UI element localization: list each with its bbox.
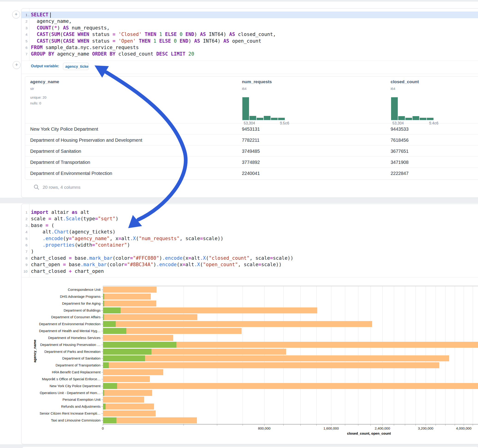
cell-num-requests: 3774892	[242, 157, 260, 168]
cell-agency-name: Department of Environmental Protection	[30, 168, 112, 179]
gutter-separator	[29, 204, 30, 277]
code-line[interactable]: 6 .properties(width="container")	[21, 242, 478, 249]
histogram-bar	[405, 118, 412, 120]
histogram-bar	[420, 118, 426, 120]
sql-code-editor[interactable]: 1⌄SELECT2 agency_name,3 COUNT(*) AS num_…	[21, 8, 478, 61]
result-table: agency_name str unique: 20 nulls: 0 num_…	[25, 76, 478, 180]
fold-chevron-icon[interactable]: ⌄	[28, 222, 30, 229]
histogram-bar	[398, 116, 405, 120]
column-header-agency-name[interactable]: agency_name	[30, 79, 59, 84]
text-cursor	[50, 12, 51, 18]
line-number: 5	[21, 38, 27, 44]
next-cell-edge	[22, 446, 478, 448]
search-icon[interactable]	[33, 184, 39, 190]
code-line[interactable]: 10chart_closed + chart_open	[21, 268, 478, 275]
table-row[interactable]: Department of Transportation377489234719…	[25, 156, 478, 168]
cell-num-requests: 3749485	[242, 146, 260, 157]
line-number: 6	[21, 44, 27, 51]
line-number: 10	[21, 268, 27, 275]
histogram-bar	[427, 118, 434, 120]
cell-closed-count: 2222847	[391, 168, 409, 179]
code-line[interactable]: 2scale = alt.Scale(type="sqrt")	[21, 216, 478, 222]
code-line[interactable]: 9chart_open = base.mark_bar(color="#8BC3…	[21, 261, 478, 268]
cell-num-requests: 7782211	[242, 135, 259, 146]
code-line[interactable]: 2 agency_name,	[21, 18, 478, 25]
table-footer-summary: 20 rows, 4 columns	[43, 185, 81, 190]
code-line[interactable]: 8chart_closed = base.mark_bar(color="#FF…	[21, 255, 478, 261]
code-line[interactable]: 6FROM sample_data.nyc.service_requests	[21, 44, 478, 51]
cell-agency-name: New York City Police Department	[30, 124, 98, 135]
line-number: 2	[21, 216, 27, 222]
histogram-bar	[278, 118, 285, 120]
cell-agency-name: Department of Sanitation	[30, 146, 81, 157]
code-line[interactable]: 4 alt.Chart(agency_tickets)	[21, 229, 478, 235]
line-number: 3	[21, 222, 27, 229]
output-variable-label: Output variable:	[31, 64, 59, 68]
table-row[interactable]: Department of Environmental Protection22…	[25, 168, 478, 179]
cell-closed-count: 7618456	[391, 135, 409, 146]
table-row[interactable]: Department of Sanitation37494853677651	[25, 145, 478, 157]
histogram-bar	[413, 116, 419, 120]
cell-agency-name: Department of Housing Preservation and D…	[30, 135, 142, 146]
cell-agency-name: Department of Transportation	[30, 157, 90, 168]
plus-icon: +	[15, 62, 18, 68]
line-number: 8	[21, 255, 27, 261]
add-cell-button-output[interactable]: +	[13, 61, 20, 69]
code-line[interactable]: 4 CAST(SUM(CASE WHEN status = 'Closed' T…	[21, 31, 478, 38]
histogram-bar	[250, 116, 256, 120]
code-line[interactable]: 1⌄SELECT	[21, 12, 478, 18]
column-histogram	[242, 97, 285, 120]
histogram-bar	[264, 116, 270, 120]
line-number: 2	[21, 18, 27, 25]
line-number: 9	[21, 261, 27, 268]
add-cell-button-top[interactable]: +	[12, 11, 20, 19]
code-line[interactable]: 7GROUP BY agency_name ORDER BY closed_co…	[21, 51, 478, 57]
column-histogram	[391, 97, 434, 120]
cell-gap	[0, 198, 478, 203]
table-row[interactable]: Department of Housing Preservation and D…	[25, 134, 478, 146]
python-code-editor[interactable]: 1import altair as alt2scale = alt.Scale(…	[21, 204, 478, 277]
column-meta-nulls: nulls: 0	[30, 101, 41, 105]
line-number: 5	[21, 235, 27, 242]
python-cell: 1import altair as alt2scale = alt.Scale(…	[21, 204, 478, 444]
column-type: i64	[391, 87, 395, 91]
cell-closed-count: 3471908	[391, 157, 409, 168]
column-type: str	[30, 87, 34, 91]
line-number: 1	[21, 12, 27, 18]
column-header-num-requests[interactable]: num_requests	[242, 79, 272, 84]
line-number: 7	[21, 51, 27, 57]
line-number: 4	[21, 31, 27, 38]
code-line[interactable]: 1import altair as alt	[21, 209, 478, 216]
code-line[interactable]: 3 COUNT(*) AS num_requests,	[21, 25, 478, 31]
histogram-bar	[257, 118, 263, 120]
line-number: 6	[21, 242, 27, 249]
line-number: 7	[21, 248, 27, 255]
table-row[interactable]: New York City Police Department945313194…	[25, 123, 478, 135]
column-header-closed-count[interactable]: closed_count	[391, 79, 419, 84]
fold-chevron-icon[interactable]: ⌄	[28, 12, 30, 19]
column-type: i64	[242, 87, 246, 91]
column-meta-unique: unique: 20	[30, 95, 46, 99]
code-line[interactable]: 5 CAST(SUM(CASE WHEN status = 'Open' THE…	[21, 38, 478, 44]
histogram-bar	[391, 97, 398, 120]
code-line[interactable]: 7)	[21, 248, 478, 255]
cell-closed-count: 9443533	[391, 124, 409, 135]
cell-num-requests: 9453131	[242, 124, 260, 135]
sql-cell: 1⌄SELECT2 agency_name,3 COUNT(*) AS num_…	[21, 8, 478, 198]
histogram-bar	[242, 97, 249, 120]
output-variable-chip[interactable]: agency_tickets	[63, 63, 89, 70]
plus-icon: +	[15, 11, 18, 17]
line-number: 3	[21, 25, 27, 31]
line-number: 4	[21, 229, 27, 235]
line-number: 1	[21, 209, 27, 216]
output-variable-row: Output variable: agency_tickets	[21, 61, 478, 74]
cell-closed-count: 3677651	[391, 146, 409, 157]
histogram-bar	[271, 118, 278, 120]
gutter-separator	[29, 8, 30, 61]
code-line[interactable]: 5 .encode(y="agency_name", x=alt.X("num_…	[21, 235, 478, 242]
code-line[interactable]: 3⌄base = (	[21, 222, 478, 229]
previous-cell-edge	[0, 0, 478, 2]
cell-num-requests: 2240041	[242, 168, 260, 179]
notebook-page: + + 1⌄SELECT2 agency_name,3 COUNT(*) AS …	[0, 0, 478, 448]
